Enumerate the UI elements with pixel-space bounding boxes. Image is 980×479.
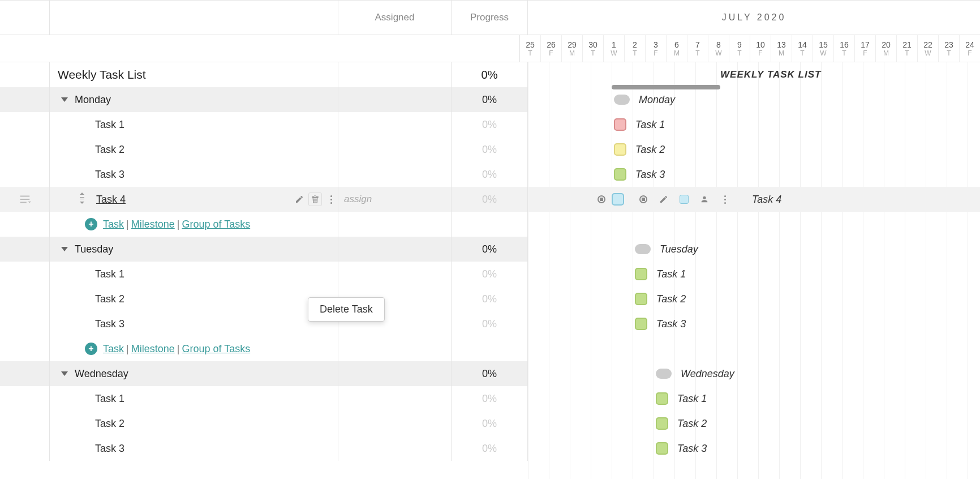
- group-row-monday[interactable]: Monday 0%: [0, 87, 528, 112]
- timeline-task-bar[interactable]: [635, 268, 647, 280]
- date-cell[interactable]: 29M: [561, 35, 582, 62]
- svg-rect-1: [600, 198, 603, 201]
- group-label: Wednesday: [75, 368, 128, 380]
- date-cell[interactable]: 13M: [771, 35, 792, 62]
- timeline-task-bar[interactable]: [614, 168, 626, 181]
- date-cell[interactable]: 8W: [708, 35, 729, 62]
- timeline-task-bar[interactable]: [656, 417, 668, 430]
- timeline-group-label: Tuesday: [660, 243, 698, 255]
- task-row-selected[interactable]: Task 4 assign 0%: [0, 187, 528, 212]
- date-cell[interactable]: 20M: [875, 35, 896, 62]
- task-row[interactable]: Task 10%: [0, 386, 528, 411]
- add-task-link[interactable]: Task: [103, 219, 124, 230]
- timeline-group-label: Wednesday: [681, 368, 734, 380]
- timeline-assign-icon[interactable]: [698, 193, 711, 206]
- header-progress[interactable]: Progress: [452, 1, 528, 35]
- svg-rect-3: [642, 198, 645, 201]
- project-title-row: Weekly Task List 0%: [0, 62, 528, 87]
- date-cell[interactable]: 23T: [938, 35, 959, 62]
- date-cell[interactable]: 6M: [666, 35, 687, 62]
- table-header: Assigned Progress JULY 2020: [0, 0, 980, 35]
- delete-icon[interactable]: [308, 193, 322, 206]
- date-cell[interactable]: 14T: [792, 35, 813, 62]
- edit-icon[interactable]: [293, 193, 306, 206]
- task-row[interactable]: Task 30%: [0, 436, 528, 461]
- date-cell[interactable]: 30T: [582, 35, 603, 62]
- timeline-handle-left-icon[interactable]: [595, 193, 608, 206]
- task-name[interactable]: Task 4: [96, 194, 126, 206]
- header-assigned[interactable]: Assigned: [338, 1, 452, 35]
- timeline-pane: WEEKLY TASK LIST Monday Task 1 Task 2 Ta…: [528, 62, 980, 479]
- add-item-row: + Task | Milestone | Group of Tasks: [0, 212, 528, 237]
- drag-handle-icon[interactable]: [78, 193, 86, 207]
- task-row[interactable]: Task 10%: [0, 262, 528, 286]
- timeline-project-title: WEEKLY TASK LIST: [720, 69, 821, 80]
- add-task-link[interactable]: Task: [103, 343, 124, 355]
- timeline-task-bar[interactable]: [614, 118, 626, 131]
- more-icon[interactable]: [324, 193, 338, 206]
- assign-placeholder[interactable]: assign: [344, 194, 372, 205]
- date-cell[interactable]: 2T: [624, 35, 645, 62]
- timeline-more-icon[interactable]: [718, 193, 732, 206]
- task-row[interactable]: Task 10%: [0, 112, 528, 137]
- context-menu-delete[interactable]: Delete Task: [308, 297, 385, 322]
- date-cell[interactable]: 7T: [687, 35, 708, 62]
- date-cell[interactable]: 22W: [917, 35, 938, 62]
- header-month: JULY 2020: [528, 1, 980, 35]
- add-milestone-link[interactable]: Milestone: [131, 219, 175, 230]
- timeline-task-bar[interactable]: [614, 143, 626, 156]
- date-cell[interactable]: 25T: [519, 35, 540, 62]
- date-cell[interactable]: 21T: [896, 35, 917, 62]
- add-icon[interactable]: +: [85, 218, 97, 230]
- timeline-task-bar-selected[interactable]: [612, 193, 624, 206]
- header-task-col: [50, 1, 338, 35]
- header-gutter: [0, 1, 50, 35]
- timeline-group-marker[interactable]: [635, 244, 651, 254]
- date-header: 25T26F29M30T1W2T3F6M7T8W9T10F13M14T15W16…: [0, 35, 980, 62]
- add-group-link[interactable]: Group of Tasks: [182, 343, 250, 355]
- timeline-edit-icon[interactable]: [657, 193, 670, 206]
- timeline-task-bar[interactable]: [656, 442, 668, 455]
- row-menu-icon[interactable]: [19, 193, 31, 206]
- group-label: Monday: [75, 94, 111, 106]
- date-cell[interactable]: 3F: [645, 35, 666, 62]
- chevron-down-icon[interactable]: [61, 371, 68, 376]
- task-row[interactable]: Task 20%: [0, 286, 528, 311]
- date-cell[interactable]: 16T: [833, 35, 854, 62]
- task-row[interactable]: Task 20%: [0, 137, 528, 162]
- timeline-task-bar[interactable]: [635, 318, 647, 330]
- date-cell[interactable]: 15W: [813, 35, 833, 62]
- date-cell[interactable]: 10F: [750, 35, 771, 62]
- group-row-wednesday[interactable]: Wednesday 0%: [0, 361, 528, 386]
- task-row[interactable]: Task 30%: [0, 162, 528, 187]
- group-label: Tuesday: [75, 243, 113, 255]
- date-cell[interactable]: 26F: [540, 35, 561, 62]
- timeline-group-marker[interactable]: [614, 95, 630, 105]
- chevron-down-icon[interactable]: [61, 97, 68, 102]
- timeline-group-marker[interactable]: [656, 369, 672, 379]
- timeline-task-bar[interactable]: [635, 293, 647, 305]
- task-row[interactable]: Task 30%: [0, 311, 528, 336]
- date-cell[interactable]: 24F: [959, 35, 980, 62]
- date-cell[interactable]: 9T: [729, 35, 750, 62]
- date-cell[interactable]: 17F: [854, 35, 875, 62]
- date-cell[interactable]: 1W: [603, 35, 624, 62]
- timeline-group-label: Monday: [639, 94, 675, 106]
- project-progress: 0%: [482, 69, 498, 82]
- add-group-link[interactable]: Group of Tasks: [182, 219, 250, 230]
- timeline-color-icon[interactable]: [677, 193, 691, 206]
- add-icon[interactable]: +: [85, 343, 97, 355]
- project-title[interactable]: Weekly Task List: [58, 68, 146, 82]
- timeline-handle-right-icon[interactable]: [637, 193, 650, 206]
- timeline-task-bar[interactable]: [656, 392, 668, 405]
- add-milestone-link[interactable]: Milestone: [131, 343, 175, 355]
- group-row-tuesday[interactable]: Tuesday 0%: [0, 237, 528, 262]
- task-row[interactable]: Task 20%: [0, 411, 528, 436]
- add-item-row: + Task | Milestone | Group of Tasks: [0, 336, 528, 361]
- task-list-pane: Weekly Task List 0% Monday 0% Task 10% T…: [0, 62, 528, 479]
- timeline-task-label: Task 4: [752, 194, 781, 206]
- chevron-down-icon[interactable]: [61, 247, 68, 251]
